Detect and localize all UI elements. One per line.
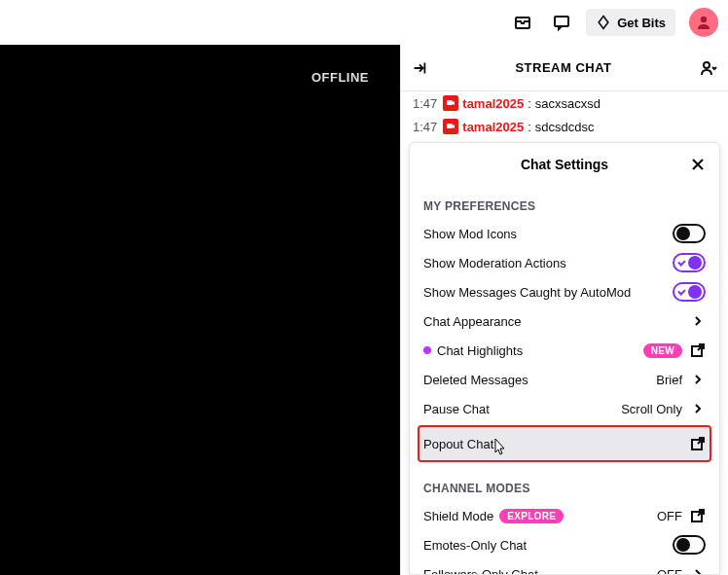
whispers-icon[interactable] [547, 8, 576, 37]
label-chat-highlights: Chat Highlights [437, 343, 523, 358]
value-pause-chat: Scroll Only [621, 402, 682, 416]
svg-rect-5 [447, 124, 453, 128]
get-bits-button[interactable]: Get Bits [586, 9, 675, 36]
user-avatar[interactable] [689, 8, 718, 37]
topbar: Get Bits [0, 0, 728, 45]
chat-username[interactable]: tamal2025 [462, 96, 524, 111]
label-show-mod-icons: Show Mod Icons [423, 227, 517, 241]
value-deleted-messages: Brief [656, 373, 682, 387]
chat-text: sacxsacxsd [535, 96, 601, 111]
close-settings-button[interactable] [684, 151, 711, 178]
chat-header: STREAM CHAT [401, 45, 728, 91]
collapse-chat-icon[interactable] [411, 59, 428, 77]
popout-icon [690, 508, 706, 523]
value-followers-only: OFF [657, 567, 682, 575]
row-chat-highlights[interactable]: Chat Highlights NEW [423, 336, 706, 365]
label-chat-appearance: Chat Appearance [423, 314, 521, 329]
label-emotes-only: Emotes-Only Chat [423, 538, 527, 553]
row-show-mod-actions: Show Moderation Actions [423, 248, 706, 277]
chat-text: sdcsdcdsc [535, 120, 595, 134]
row-shield-mode[interactable]: Shield Mode EXPLORE OFF [423, 501, 706, 530]
toggle-show-automod[interactable] [673, 282, 706, 302]
new-badge: NEW [643, 343, 682, 358]
close-icon [690, 157, 706, 172]
label-deleted-messages: Deleted Messages [423, 373, 528, 387]
chevron-right-icon [690, 372, 706, 387]
community-icon[interactable] [699, 58, 718, 78]
settings-title: Chat Settings [521, 157, 608, 172]
row-deleted-messages[interactable]: Deleted Messages Brief [423, 365, 706, 394]
chat-timestamp: 1:47 [413, 96, 437, 111]
svg-rect-4 [447, 100, 453, 105]
broadcaster-badge-icon [443, 119, 458, 134]
chat-timestamp: 1:47 [413, 120, 437, 134]
label-pause-chat: Pause Chat [423, 402, 490, 416]
row-followers-only[interactable]: Followers-Only Chat OFF [423, 559, 706, 574]
label-followers-only: Followers-Only Chat [423, 567, 538, 575]
explore-badge: EXPLORE [499, 509, 564, 523]
popout-icon [690, 342, 706, 358]
toggle-show-mod-icons[interactable] [673, 224, 706, 243]
chat-settings-panel: Chat Settings MY PREFERENCES Show Mod Ic… [409, 142, 720, 575]
chevron-right-icon [690, 401, 706, 416]
label-shield-mode: Shield Mode [423, 509, 493, 523]
chat-message: 1:47 tamal2025: sacxsacxsd [401, 91, 728, 115]
value-shield-mode: OFF [657, 509, 682, 523]
highlight-dot-icon [423, 346, 431, 354]
svg-point-3 [704, 62, 710, 68]
label-show-mod-actions: Show Moderation Actions [423, 256, 566, 270]
bits-icon [596, 15, 611, 30]
popout-icon [690, 436, 706, 451]
row-pause-chat[interactable]: Pause Chat Scroll Only [423, 394, 706, 423]
toggle-show-mod-actions[interactable] [673, 253, 706, 272]
chat-panel: STREAM CHAT 1:47 tamal2025: sacxsacxsd 1… [400, 45, 728, 575]
label-popout-chat: Popout Chat [423, 437, 493, 451]
broadcaster-badge-icon [443, 95, 458, 111]
inbox-icon[interactable] [508, 8, 537, 37]
channel-modes-label: CHANNEL MODES [423, 482, 706, 495]
toggle-emotes-only[interactable] [673, 535, 706, 555]
settings-header: Chat Settings [410, 143, 719, 186]
svg-rect-1 [555, 17, 568, 26]
my-preferences-label: MY PREFERENCES [423, 199, 706, 213]
offline-label: OFFLINE [311, 70, 369, 85]
chevron-right-icon [690, 313, 706, 329]
row-chat-appearance[interactable]: Chat Appearance [423, 306, 706, 336]
chat-message: 1:47 tamal2025: sdcsdcdsc [401, 115, 728, 138]
row-show-automod: Show Messages Caught by AutoMod [423, 277, 706, 306]
video-player: OFFLINE [0, 45, 400, 575]
chevron-right-icon [690, 566, 706, 574]
chat-header-title: STREAM CHAT [428, 60, 699, 75]
chat-username[interactable]: tamal2025 [462, 120, 524, 134]
row-show-mod-icons: Show Mod Icons [423, 219, 706, 248]
row-emotes-only: Emotes-Only Chat [423, 530, 706, 559]
svg-point-2 [701, 17, 707, 22]
row-popout-chat[interactable]: Popout Chat [419, 427, 710, 460]
get-bits-label: Get Bits [617, 16, 666, 30]
label-show-automod: Show Messages Caught by AutoMod [423, 285, 631, 300]
